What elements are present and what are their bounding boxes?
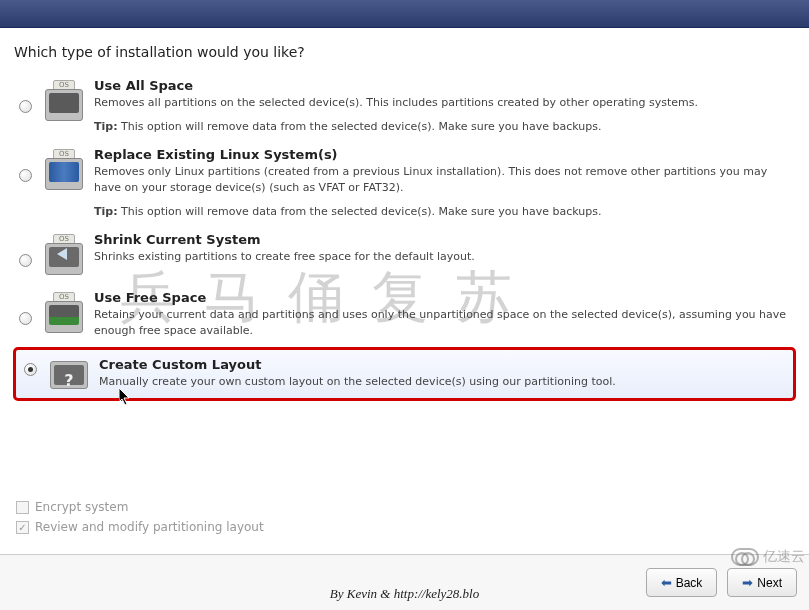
checkbox-encrypt-label: Encrypt system bbox=[35, 500, 128, 514]
arrow-right-icon: ➡ bbox=[742, 575, 753, 590]
radio-replace-linux[interactable] bbox=[19, 169, 32, 182]
disk-icon: OS bbox=[45, 292, 83, 334]
radio-col bbox=[16, 290, 34, 325]
radio-col bbox=[16, 232, 34, 267]
window-title-bar bbox=[0, 0, 809, 28]
back-button[interactable]: ⬅ Back bbox=[646, 568, 718, 597]
option-text: Replace Existing Linux System(s) Removes… bbox=[94, 147, 793, 218]
option-text: Create Custom Layout Manually create you… bbox=[99, 357, 788, 389]
option-text: Use Free Space Retains your current data… bbox=[94, 290, 793, 338]
next-label: Next bbox=[757, 576, 782, 590]
footer-checkboxes: Encrypt system ✓ Review and modify parti… bbox=[16, 500, 264, 540]
checkbox-encrypt[interactable] bbox=[16, 501, 29, 514]
option-tip: Tip: This option will remove data from t… bbox=[94, 120, 793, 133]
option-custom-layout[interactable]: ? Create Custom Layout Manually create y… bbox=[14, 348, 795, 400]
option-text: Shrink Current System Shrinks existing p… bbox=[94, 232, 793, 264]
option-use-all-space[interactable]: OS Use All Space Removes all partitions … bbox=[14, 74, 795, 137]
checkbox-encrypt-row: Encrypt system bbox=[16, 500, 264, 514]
icon-col: OS bbox=[42, 232, 86, 276]
option-title: Use All Space bbox=[94, 78, 793, 93]
radio-col bbox=[16, 78, 34, 113]
icon-col: OS bbox=[42, 290, 86, 334]
disk-icon: OS bbox=[45, 80, 83, 122]
option-title: Replace Existing Linux System(s) bbox=[94, 147, 793, 162]
radio-shrink[interactable] bbox=[19, 254, 32, 267]
main-content: Which type of installation would you lik… bbox=[0, 28, 809, 400]
page-question: Which type of installation would you lik… bbox=[14, 44, 795, 60]
option-title: Create Custom Layout bbox=[99, 357, 788, 372]
disk-icon: OS bbox=[45, 234, 83, 276]
arrow-left-icon: ⬅ bbox=[661, 575, 672, 590]
next-button[interactable]: ➡ Next bbox=[727, 568, 797, 597]
disk-icon: ? bbox=[50, 359, 88, 391]
option-desc: Shrinks existing partitions to create fr… bbox=[94, 249, 793, 264]
option-desc: Removes only Linux partitions (created f… bbox=[94, 164, 793, 195]
back-label: Back bbox=[676, 576, 703, 590]
footer-bar: ⬅ Back ➡ Next bbox=[0, 554, 809, 610]
checkbox-review[interactable]: ✓ bbox=[16, 521, 29, 534]
radio-col bbox=[21, 357, 39, 376]
option-replace-linux[interactable]: OS Replace Existing Linux System(s) Remo… bbox=[14, 143, 795, 222]
option-title: Shrink Current System bbox=[94, 232, 793, 247]
checkbox-review-label: Review and modify partitioning layout bbox=[35, 520, 264, 534]
icon-col: ? bbox=[47, 357, 91, 391]
radio-use-all-space[interactable] bbox=[19, 100, 32, 113]
option-title: Use Free Space bbox=[94, 290, 793, 305]
icon-col: OS bbox=[42, 78, 86, 122]
option-text: Use All Space Removes all partitions on … bbox=[94, 78, 793, 133]
radio-col bbox=[16, 147, 34, 182]
checkbox-review-row: ✓ Review and modify partitioning layout bbox=[16, 520, 264, 534]
install-options: OS Use All Space Removes all partitions … bbox=[14, 74, 795, 400]
disk-icon: OS bbox=[45, 149, 83, 191]
icon-col: OS bbox=[42, 147, 86, 191]
option-desc: Removes all partitions on the selected d… bbox=[94, 95, 793, 110]
option-shrink[interactable]: OS Shrink Current System Shrinks existin… bbox=[14, 228, 795, 280]
radio-custom-layout[interactable] bbox=[24, 363, 37, 376]
radio-free-space[interactable] bbox=[19, 312, 32, 325]
option-desc: Manually create your own custom layout o… bbox=[99, 374, 788, 389]
option-desc: Retains your current data and partitions… bbox=[94, 307, 793, 338]
option-free-space[interactable]: OS Use Free Space Retains your current d… bbox=[14, 286, 795, 342]
option-tip: Tip: This option will remove data from t… bbox=[94, 205, 793, 218]
